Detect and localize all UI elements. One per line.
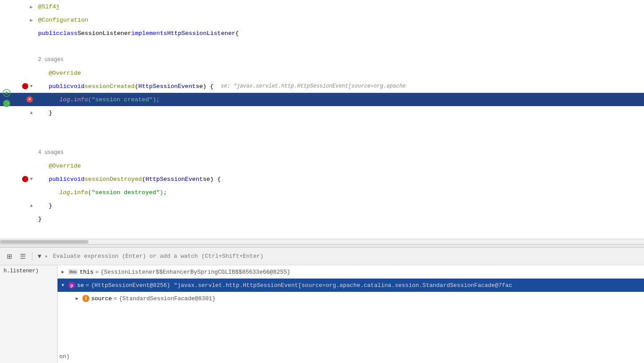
source-equals: =: [114, 295, 117, 302]
code-line-log2: log . info ("session destroyed");: [35, 186, 644, 199]
code-line-empty3: [35, 133, 644, 146]
fold-arrow-slf4j[interactable]: ▶: [30, 4, 33, 10]
toolbar-divider: [32, 252, 32, 261]
code-line-close1: }: [35, 106, 644, 119]
fold-arrow-method1[interactable]: ▼: [30, 84, 33, 89]
frame-item[interactable]: h.listener): [2, 267, 55, 275]
source-var-name: source: [91, 295, 112, 302]
editor-area: ▶ ▶ ▼ ●: [0, 0, 644, 239]
panel-separator: [0, 244, 644, 248]
debug-stop-icon[interactable]: [2, 99, 11, 108]
current-line-icon: ●: [27, 96, 33, 103]
code-line-override1: @Override: [35, 66, 644, 80]
debug-run-icon[interactable]: [2, 88, 11, 97]
gutter-row-empty3: [0, 133, 35, 146]
debug-toolbar: ⊞ ☰ ▼ ▾: [0, 248, 644, 265]
this-var-value: {SessionListener$$EnhancerBySpringCGLIB$…: [100, 269, 290, 275]
code-hint-usages2: 4 usages: [35, 146, 644, 159]
this-equals: =: [95, 269, 99, 275]
source-expand-btn[interactable]: ▶: [73, 295, 81, 302]
config-annotation: @Configuration: [38, 17, 88, 23]
on-label: on): [59, 353, 69, 360]
breakpoint-icon[interactable]: [22, 83, 28, 89]
filter-icon[interactable]: ▼: [36, 252, 43, 261]
code-line-log1-highlighted: log . info ("session created");: [35, 93, 644, 106]
code-hint-usages1: 2 usages: [35, 53, 644, 66]
fold-arrow-close2[interactable]: ▲: [30, 203, 33, 208]
gutter-row-class: [0, 27, 35, 40]
frame-label: h.listener): [4, 268, 39, 274]
this-var-name: this: [80, 269, 93, 275]
svg-point-4: [5, 102, 8, 105]
scrollbar-thumb[interactable]: [0, 240, 89, 244]
code-line-close2: }: [35, 199, 644, 212]
debug-content: h.listener) ▶ this this = {SessionListen…: [0, 265, 644, 363]
code-line-method2: public void sessionDestroyed ( HttpSessi…: [35, 172, 644, 186]
code-line-slf4j: @Slf4j: [35, 0, 644, 13]
se-collapse-btn[interactable]: ▼: [59, 282, 66, 289]
breakpoint-icon-2[interactable]: [22, 176, 28, 182]
code-line-classclose: }: [35, 212, 644, 225]
gutter-row-override1: [0, 66, 35, 80]
source-variable-row[interactable]: ▶ f source = {StandardSessionFacade@8301…: [58, 292, 644, 305]
fold-arrow-close1[interactable]: ▲: [30, 110, 33, 115]
table-view-button[interactable]: ⊞: [4, 251, 15, 262]
ide-window: ▶ ▶ ▼ ●: [0, 0, 644, 363]
source-type-badge: f: [82, 295, 89, 302]
left-action-icons: [0, 88, 13, 134]
code-scrollbar[interactable]: [0, 239, 644, 244]
code-line-empty1: [35, 40, 644, 53]
gutter-row-hint1: [0, 53, 35, 66]
gutter-row-empty1: [0, 40, 35, 53]
this-expand-btn[interactable]: ▶: [59, 268, 66, 275]
gutter-row-close2: ▲: [0, 199, 35, 212]
code-line-empty2: [35, 119, 644, 133]
code-content: @Slf4j @Configuration public class Sessi…: [35, 0, 644, 239]
debug-left-panel: h.listener): [0, 265, 58, 363]
gutter-row-classclose: [0, 212, 35, 225]
this-type-badge: this: [68, 269, 78, 275]
variables-panel: ▶ this this = {SessionListener$$Enhancer…: [58, 265, 644, 363]
fold-arrow-config[interactable]: ▶: [30, 17, 33, 23]
se-equals: =: [86, 282, 89, 289]
slf4j-annotation: @Slf4j: [38, 4, 60, 10]
se-var-name: se: [77, 282, 84, 289]
gutter-row-override2: [0, 159, 35, 172]
gutter-row-hint2: [0, 146, 35, 159]
gutter-row-config: ▶: [0, 13, 35, 27]
expression-input[interactable]: [49, 253, 640, 260]
gutter-row-method2: ▼: [0, 172, 35, 186]
gutter-row-log2: [0, 186, 35, 199]
se-variable-row[interactable]: ▼ p se = {HttpSessionEvent@8256} "javax.…: [58, 279, 644, 292]
svg-marker-1: [6, 91, 9, 95]
se-var-value: {HttpSessionEvent@8256} "javax.servlet.h…: [91, 282, 512, 289]
code-line-method1: public void sessionCreated ( HttpSession…: [35, 80, 644, 93]
fold-arrow-method2[interactable]: ▼: [30, 176, 33, 182]
list-view-button[interactable]: ☰: [17, 251, 28, 262]
debug-panel: ⊞ ☰ ▼ ▾ h.listener) ▶ this this: [0, 248, 644, 363]
source-var-value: {StandardSessionFacade@8301}: [119, 295, 216, 302]
code-line-config: @Configuration: [35, 13, 644, 27]
code-line-class: public class SessionListener implements …: [35, 27, 644, 40]
debug-bottom-item: on): [58, 350, 644, 363]
code-line-override2: @Override: [35, 159, 644, 172]
se-type-badge: p: [68, 282, 75, 289]
debug-empty-rows: [58, 305, 644, 350]
dropdown-arrow-icon[interactable]: ▾: [45, 254, 47, 259]
gutter-row-slf4j: ▶: [0, 0, 35, 13]
this-variable-row[interactable]: ▶ this this = {SessionListener$$Enhancer…: [58, 265, 644, 279]
